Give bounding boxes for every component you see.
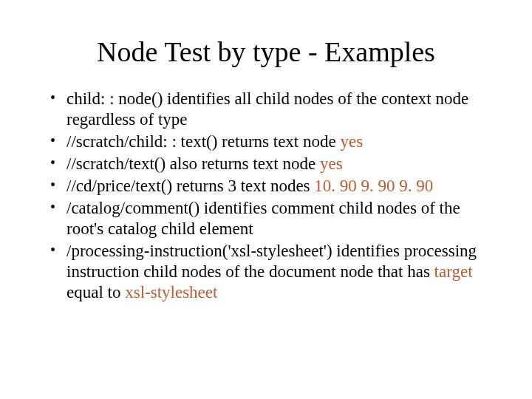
bullet-list: child: : node() identifies all child nod… — [47, 89, 485, 303]
list-item: //scratch/text() also returns text node … — [47, 154, 485, 174]
list-item: child: : node() identifies all child nod… — [47, 89, 485, 130]
highlight-text: 10. 90 9. 90 9. 90 — [314, 177, 433, 195]
bullet-text: equal to — [66, 283, 125, 301]
highlight-text: target — [434, 262, 473, 281]
bullet-text: //cd/price/text() returns 3 text nodes — [66, 177, 314, 195]
list-item: /processing-instruction('xsl-stylesheet'… — [47, 241, 485, 303]
highlight-text: yes — [320, 154, 343, 173]
bullet-text: //scratch/text() also returns text node — [66, 154, 320, 173]
bullet-text: /catalog/comment() identifies comment ch… — [66, 199, 460, 238]
bullet-text: //scratch/child: : text() returns text n… — [66, 132, 340, 151]
highlight-text: yes — [340, 132, 363, 151]
slide-title: Node Test by type - Examples — [47, 35, 485, 68]
bullet-text: /processing-instruction('xsl-stylesheet'… — [66, 242, 477, 281]
highlight-text: xsl-stylesheet — [125, 283, 217, 301]
list-item: //cd/price/text() returns 3 text nodes 1… — [47, 176, 485, 197]
bullet-text: child: : node() identifies all child nod… — [66, 89, 468, 129]
list-item: //scratch/child: : text() returns text n… — [47, 132, 485, 152]
list-item: /catalog/comment() identifies comment ch… — [47, 198, 485, 239]
